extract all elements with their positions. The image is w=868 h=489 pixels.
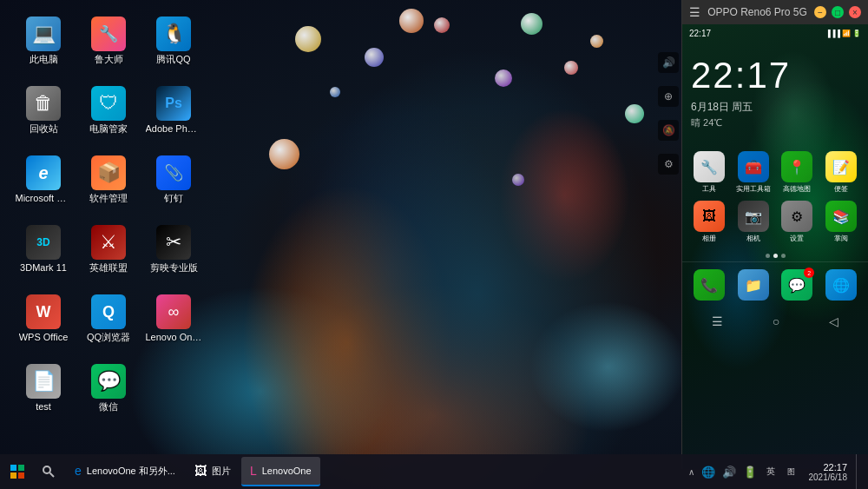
phone-maximize-button[interactable]: □ — [832, 6, 844, 18]
phone-app-toolkit[interactable]: 🧰 实用工具箱 — [735, 151, 773, 194]
phone-app-settings-label: 设置 — [790, 234, 804, 243]
tray-expand-button[interactable]: ∧ — [687, 467, 696, 477]
taskbar-item-photos[interactable]: 🖼 图片 — [186, 457, 240, 486]
phone-app-photos-label: 相册 — [702, 234, 716, 243]
phone-ctrl-settings[interactable]: ⚙ — [658, 154, 679, 175]
phone-app-tools-icon: 🔧 — [694, 151, 725, 182]
taskbar-lenovoone2-icon: L — [250, 464, 257, 478]
phone-dock-browser-icon: 🌐 — [825, 269, 857, 301]
icon-qqbrowser-img: Q — [91, 294, 126, 329]
icon-mypc-label: 此电脑 — [30, 54, 58, 65]
icon-jianying[interactable]: ✂ 剪映专业版 — [143, 217, 204, 282]
phone-app-camera-label: 相机 — [746, 234, 760, 243]
phone-app-tools[interactable]: 🔧 工具 — [691, 151, 728, 194]
phone-dock-browser[interactable]: 🌐 — [823, 269, 860, 302]
phone-status-time: 22:17 — [689, 29, 711, 38]
icon-recyclebin-label: 回收站 — [30, 123, 58, 135]
icon-edge[interactable]: e Microsoft Edge — [13, 148, 74, 213]
phone-dock-files[interactable]: 📁 — [735, 269, 773, 302]
tray-network-icon[interactable]: 🌐 — [700, 454, 717, 489]
icon-dingding[interactable]: 📎 钉钉 — [143, 148, 204, 213]
svg-rect-0 — [10, 465, 16, 471]
phone-app-notes[interactable]: 📝 便签 — [823, 151, 860, 194]
icon-qqbrowser[interactable]: Q QQ浏览器 — [78, 287, 139, 352]
phone-app-gaode[interactable]: 📍 高德地图 — [779, 151, 816, 194]
icon-wps[interactable]: W WPS Office — [13, 287, 74, 352]
svg-rect-2 — [10, 472, 16, 479]
phone-nav-back[interactable]: ☰ — [712, 314, 723, 328]
phone-app-store[interactable]: 📚 掌阅 — [823, 201, 860, 243]
tray-battery-icon[interactable]: 🔋 — [741, 454, 759, 489]
icon-ludashi-label: 鲁大师 — [95, 54, 123, 65]
icon-softmgr[interactable]: 📦 软件管理 — [78, 148, 139, 213]
icon-dingding-img: 📎 — [156, 155, 191, 190]
phone-close-button[interactable]: × — [849, 6, 861, 18]
icon-heroesleague-img: ⚔ — [91, 225, 126, 260]
icon-pcmanager[interactable]: 🛡 电脑管家 — [78, 78, 139, 143]
icon-test[interactable]: 📄 test — [13, 356, 74, 421]
icon-dingding-label: 钉钉 — [164, 193, 183, 204]
phone-dock: 📞 📁 💬 2 🌐 — [682, 261, 868, 309]
icon-wps-img: W — [26, 294, 61, 329]
icon-3dmark[interactable]: 3D 3DMark 11 — [13, 217, 74, 282]
icon-heroesleague[interactable]: ⚔ 英雄联盟 — [78, 217, 139, 282]
phone-app-camera[interactable]: 📷 相机 — [735, 201, 773, 243]
phone-ctrl-volume[interactable]: 🔊 — [658, 52, 679, 73]
phone-nav-home[interactable]: ○ — [773, 314, 779, 328]
icon-3dmark-label: 3DMark 11 — [20, 262, 67, 274]
icon-photoshop[interactable]: Ps Adobe Photosho... — [143, 78, 204, 143]
phone-title: OPPO Reno6 Pro 5G — [707, 6, 807, 18]
icon-recyclebin[interactable]: 🗑 回收站 — [13, 78, 74, 143]
phone-app-photos-icon: 🖼 — [694, 201, 725, 232]
icon-ludashi[interactable]: 🔧 鲁大师 — [78, 9, 139, 74]
taskbar-photos-text: 图片 — [212, 465, 231, 478]
icon-qq[interactable]: 🐧 腾讯QQ — [143, 9, 204, 74]
phone-app-settings[interactable]: ⚙ 设置 — [779, 201, 816, 243]
phone-app-photos[interactable]: 🖼 相册 — [691, 201, 728, 243]
phone-nav-recents[interactable]: ◁ — [829, 314, 838, 328]
phone-ctrl-nav[interactable]: ⊕ — [658, 86, 679, 107]
icon-edge-label: Microsoft Edge — [16, 193, 72, 204]
phone-app-notes-icon: 📝 — [825, 151, 857, 182]
icon-wps-label: WPS Office — [19, 332, 69, 343]
icon-wechat[interactable]: 💬 微信 — [78, 356, 139, 421]
taskbar-item-lenovoone2[interactable]: L LenovoOne — [241, 457, 320, 486]
phone-dock-phone[interactable]: 📞 — [691, 269, 728, 302]
icon-test-img: 📄 — [26, 364, 61, 399]
phone-clock-date: 6月18日 周五 — [691, 100, 859, 115]
tray-volume-icon[interactable]: 🔊 — [720, 454, 738, 489]
phone-app-notes-label: 便签 — [834, 184, 848, 194]
desktop: 💻 此电脑 🔧 鲁大师 🐧 腾讯QQ 🗑 回收站 🛡 电脑管家 Ps Adobe… — [0, 0, 868, 489]
phone-app-gaode-label: 高德地图 — [783, 184, 811, 194]
taskbar-tray: ∧ 🌐 🔊 🔋 英 图 22:17 2021/6/18 — [680, 454, 869, 489]
taskbar-search-button[interactable] — [35, 454, 62, 489]
icon-wechat-img: 💬 — [91, 364, 126, 399]
icon-softmgr-img: 📦 — [91, 155, 126, 190]
phone-menu-icon[interactable]: ☰ — [689, 5, 700, 19]
taskbar-lenovoone2-text: LenovoOne — [262, 466, 312, 476]
icon-photoshop-label: Adobe Photosho... — [146, 123, 202, 135]
phone-app-store-label: 掌阅 — [834, 234, 848, 243]
icon-qq-img: 🐧 — [156, 17, 191, 51]
icon-softmgr-label: 软件管理 — [89, 193, 128, 204]
svg-rect-1 — [18, 465, 24, 471]
dot-3 — [781, 254, 786, 258]
tray-clock[interactable]: 22:17 2021/6/18 — [804, 454, 853, 489]
icon-photoshop-img: Ps — [156, 86, 191, 121]
phone-dock-files-icon: 📁 — [738, 269, 769, 301]
icon-lenovoone[interactable]: ∞ Lenovo One Lite — [143, 287, 204, 352]
phone-clock-weather: 晴 24℃ — [691, 116, 859, 129]
tray-ime-icon[interactable]: 图 — [783, 454, 800, 489]
phone-signal-icon: ▐▐▐ — [825, 30, 840, 37]
phone-minimize-button[interactable]: − — [814, 6, 826, 18]
taskbar-item-lenovoone[interactable]: e LenovoOne 和另外... — [66, 457, 184, 486]
phone-dock-wechat[interactable]: 💬 2 — [779, 269, 816, 302]
phone-ctrl-mute[interactable]: 🔕 — [658, 120, 679, 141]
tray-keyboard-icon[interactable]: 英 — [762, 454, 779, 489]
icon-mypc[interactable]: 💻 此电脑 — [13, 9, 74, 74]
tray-show-desktop[interactable] — [856, 454, 861, 489]
svg-point-4 — [43, 466, 50, 473]
start-button[interactable] — [0, 454, 35, 489]
icon-recyclebin-img: 🗑 — [26, 86, 61, 121]
icon-jianying-label: 剪映专业版 — [150, 262, 198, 274]
